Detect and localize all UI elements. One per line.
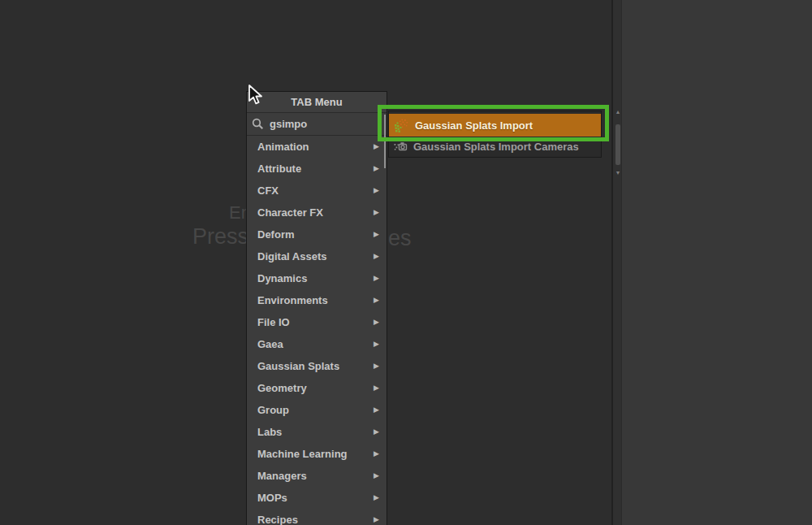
network-hint-fragment: es bbox=[388, 226, 412, 251]
scrollbar-thumb[interactable] bbox=[615, 124, 620, 165]
scroll-down-icon[interactable]: ▼ bbox=[615, 169, 621, 177]
submenu-arrow-icon: ▶ bbox=[374, 143, 379, 150]
submenu-arrow-icon: ▶ bbox=[374, 428, 379, 436]
menu-item-machine-learning[interactable]: Machine Learning ▶ bbox=[247, 443, 387, 465]
menu-item-label: Digital Assets bbox=[257, 250, 327, 262]
menu-item-file-io[interactable]: File IO ▶ bbox=[247, 311, 387, 333]
menu-item-label: Animation bbox=[257, 141, 309, 153]
menu-item-label: Recipes bbox=[257, 514, 298, 525]
submenu-arrow-icon: ▶ bbox=[374, 384, 379, 392]
menu-item-label: Deform bbox=[257, 228, 295, 241]
submenu-arrow-icon: ▶ bbox=[374, 187, 379, 194]
menu-item-cfx[interactable]: CFX ▶ bbox=[247, 180, 387, 202]
menu-item-label: Machine Learning bbox=[257, 448, 348, 460]
menu-item-group[interactable]: Group ▶ bbox=[247, 399, 387, 421]
menu-item-labs[interactable]: Labs ▶ bbox=[247, 421, 387, 443]
tab-menu-title: TAB Menu bbox=[247, 92, 387, 113]
menu-item-label: Attribute bbox=[257, 163, 301, 175]
submenu-arrow-icon: ▶ bbox=[374, 165, 379, 172]
search-input[interactable] bbox=[270, 118, 382, 130]
submenu-arrow-icon: ▶ bbox=[374, 362, 379, 370]
menu-item-recipes[interactable]: Recipes ▶ bbox=[247, 509, 387, 525]
scroll-up-icon[interactable]: ▲ bbox=[615, 108, 621, 116]
menu-item-label: Gaea bbox=[257, 338, 283, 350]
submenu-arrow-icon: ▶ bbox=[374, 253, 379, 260]
menu-item-deform[interactable]: Deform ▶ bbox=[247, 223, 387, 245]
menu-item-label: Labs bbox=[257, 426, 282, 438]
menu-item-label: MOPs bbox=[257, 492, 287, 504]
menu-item-attribute[interactable]: Attribute ▶ bbox=[247, 158, 387, 180]
submenu-arrow-icon: ▶ bbox=[374, 275, 379, 282]
menu-item-geometry[interactable]: Geometry ▶ bbox=[247, 377, 387, 399]
menu-item-label: Gaussian Splats bbox=[257, 360, 339, 372]
gaussian-splats-cameras-icon bbox=[393, 140, 408, 153]
submenu-arrow-icon: ▶ bbox=[374, 494, 379, 501]
submenu-arrow-icon: ▶ bbox=[374, 450, 379, 458]
submenu-arrow-icon: ▶ bbox=[374, 319, 379, 326]
menu-item-character-fx[interactable]: Character FX ▶ bbox=[247, 202, 387, 223]
menu-item-dynamics[interactable]: Dynamics ▶ bbox=[247, 267, 387, 289]
menu-item-label: File IO bbox=[257, 316, 290, 328]
submenu-arrow-icon: ▶ bbox=[374, 297, 379, 304]
menu-item-mops[interactable]: MOPs ▶ bbox=[247, 487, 387, 509]
tab-menu-panel: TAB Menu Animation ▶ Attribute ▶ CFX ▶ C… bbox=[246, 91, 387, 525]
menu-item-digital-assets[interactable]: Digital Assets ▶ bbox=[247, 245, 387, 267]
search-icon bbox=[252, 118, 264, 130]
menu-item-label: Managers bbox=[257, 470, 307, 482]
submenu-arrow-icon: ▶ bbox=[374, 472, 379, 479]
app-window: { "colors": { "backdrop": "#2d2d2d", "pa… bbox=[0, 0, 812, 525]
menu-item-label: CFX bbox=[257, 184, 279, 197]
menu-item-environments[interactable]: Environments ▶ bbox=[247, 289, 387, 311]
submenu-arrow-icon: ▶ bbox=[374, 516, 379, 523]
submenu-arrow-icon: ▶ bbox=[374, 341, 379, 348]
submenu-arrow-icon: ▶ bbox=[374, 209, 379, 216]
search-row[interactable] bbox=[247, 113, 387, 136]
menu-item-gaea[interactable]: Gaea ▶ bbox=[247, 333, 387, 355]
submenu-arrow-icon: ▶ bbox=[374, 406, 379, 414]
network-hint-fragment: Press bbox=[192, 224, 248, 249]
menu-item-label: Group bbox=[257, 404, 289, 416]
menu-item-gaussian-splats[interactable]: Gaussian Splats ▶ bbox=[247, 355, 387, 377]
menu-item-animation[interactable]: Animation ▶ bbox=[247, 136, 387, 158]
menu-item-label: Character FX bbox=[257, 206, 323, 219]
annotation-highlight-box bbox=[378, 105, 609, 141]
result-label: Gaussian Splats Import Cameras bbox=[413, 141, 579, 153]
menu-item-managers[interactable]: Managers ▶ bbox=[247, 465, 387, 487]
panel-divider[interactable]: ▲ ▼ bbox=[611, 0, 622, 525]
menu-item-label: Dynamics bbox=[257, 272, 307, 284]
mouse-cursor-icon bbox=[248, 85, 267, 106]
right-panel bbox=[622, 0, 812, 525]
menu-item-label: Environments bbox=[257, 294, 328, 306]
submenu-arrow-icon: ▶ bbox=[374, 231, 379, 238]
menu-item-label: Geometry bbox=[257, 382, 307, 394]
